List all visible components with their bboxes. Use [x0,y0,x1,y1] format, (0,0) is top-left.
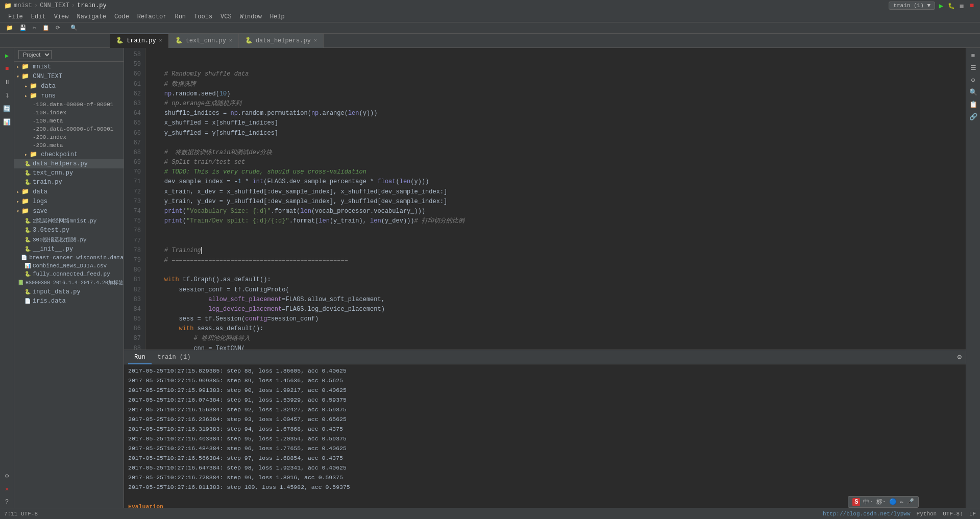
folder-icon-runs: ▸ [24,93,28,99]
terminal-settings-icon[interactable]: ⚙ [958,353,962,361]
ime-icon-circle[interactable]: 🔵 [889,498,897,506]
sidebar-view-select[interactable]: Project [18,50,52,59]
menu-refactor[interactable]: Refactor [133,11,171,22]
sidebar-item-hs[interactable]: 📗 HS000300-2016.1.4-2017.4.20加标签 [14,278,124,287]
sidebar-item-300[interactable]: 🐍 300股指选股预测.py [14,235,124,244]
menu-view[interactable]: View [50,11,73,22]
tab-text-cnn-py-close[interactable]: ✕ [229,34,232,48]
sidebar-item-csv[interactable]: 📊 Combined_News_DJIA.csv [14,262,124,270]
sidebar-item-data[interactable]: ▸ 📁 data [14,81,124,91]
sidebar-label-data2: 📁 data [21,188,47,195]
terminal-tab-run[interactable]: Run [128,350,152,364]
sidebar-label-hs: HS000300-2016.1.4-2017.4.20加标签 [26,279,124,286]
left-icon-question[interactable]: ? [2,497,13,508]
menu-vcs[interactable]: VCS [216,11,236,22]
debug-button[interactable]: 🐛 [947,2,955,10]
sidebar-item-text-cnn[interactable]: 🐍 text_cnn.py [14,168,124,178]
sidebar-item-input[interactable]: 🐍 input_data.py [14,287,124,296]
sidebar-item-checkpoint[interactable]: ▸ 📁 checkpoint [14,150,124,159]
folder-icon-checkpoint: ▸ [24,152,28,158]
left-icon-view[interactable]: 📊 [2,116,13,128]
rt-icon-6[interactable]: 🔗 [968,111,979,122]
stop-button[interactable]: ■ [968,2,976,10]
left-icon-step[interactable]: ⤵ [2,90,13,101]
menu-file[interactable]: File [4,11,27,22]
run-config-dropdown[interactable]: train (1) ▼ [889,2,935,10]
left-icon-pause[interactable]: ⏸ [2,77,13,88]
menu-run[interactable]: Run [170,11,190,22]
py-file-icon-mnist: 🐍 [24,218,31,224]
toolbar-icon-2[interactable]: 💾 [17,24,29,31]
rt-icon-3[interactable]: ⚙ [968,75,979,86]
tab-text-cnn-py[interactable]: 🐍 text_cnn.py ✕ [169,34,239,48]
terminal-tab-train[interactable]: train (1) [152,350,197,364]
sidebar-item-breast[interactable]: 📄 breast-cancer-wisconsin.data [14,254,124,262]
sidebar-item-cnn-text[interactable]: ▾ 📁 CNN_TEXT [14,71,124,81]
sidebar-item-36test[interactable]: 🐍 3.6test.py [14,226,124,235]
tab-data-helpers-py-icon: 🐍 [245,34,253,48]
toolbar-search[interactable]: 🔍 [68,24,80,31]
sidebar-item-200-index[interactable]: -200.index [14,133,124,141]
code-content[interactable]: # Randomly shuffle data # 数据洗牌 np.random… [145,48,966,350]
tab-data-helpers-py-close[interactable]: ✕ [314,34,317,48]
menu-help[interactable]: Help [266,11,289,22]
code-editor[interactable]: 58 59 60 61 62 63 64 65 66 67 68 69 70 7… [124,48,966,350]
sidebar-item-100-data[interactable]: -100.data-00000-of-00001 [14,101,124,109]
sidebar-item-train[interactable]: 🐍 train.py [14,178,124,187]
sidebar-label-breast: breast-cancer-wisconsin.data [29,255,124,261]
left-icon-settings[interactable]: ⚙ [2,470,13,481]
sidebar-item-mnist[interactable]: ▸ 📁 mnist [14,62,124,71]
coverage-button[interactable]: ◼ [958,2,966,10]
sidebar-item-200-meta[interactable]: -200.meta [14,141,124,150]
sidebar-item-init[interactable]: 🐍 __init__.py [14,244,124,254]
sidebar-item-save[interactable]: ▾ 📁 save [14,206,124,216]
menu-navigate[interactable]: Navigate [72,11,110,22]
tab-data-helpers-py[interactable]: 🐍 data_helpers.py ✕ [239,34,324,48]
breadcrumb-project: 📁 [4,2,12,10]
status-bar: 7:11 UTF-8 http://blog.csdn.net/lypWW Py… [0,508,980,519]
rt-icon-2[interactable]: ☰ [968,62,979,73]
menu-tools[interactable]: Tools [190,11,216,22]
run-button[interactable]: ▶ [937,2,945,10]
menu-window[interactable]: Window [236,11,266,22]
sidebar-item-200-data[interactable]: -200.data-00000-of-00001 [14,125,124,133]
toolbar-icon-3[interactable]: ✂ [31,24,38,31]
ime-icon-mic[interactable]: 🎤 [906,498,914,506]
toolbar-icon-4[interactable]: 📋 [40,24,52,31]
rt-icon-5[interactable]: 📋 [968,99,979,110]
rt-icon-1[interactable]: ≡ [968,50,979,61]
status-lineending: LF [969,511,976,517]
sidebar-label-data: 📁 data [30,82,56,90]
sidebar-label-mnist-py: 2隐层神经网络mnist.py [33,217,96,225]
ime-icon-zh[interactable]: 中· [863,498,873,506]
left-icon-resume[interactable]: 🔄 [2,103,13,114]
left-icon-stop[interactable]: ■ [2,63,13,75]
sidebar-item-runs[interactable]: ▸ 📁 runs [14,91,124,101]
left-icon-run[interactable]: ▶ [2,50,13,61]
sidebar-item-data-helpers[interactable]: 🐍 data_helpers.py [14,159,124,168]
terminal-line: 2017-05-25T10:27:15.991383: step 90, los… [128,386,962,396]
toolbar-icon-1[interactable]: 📁 [4,24,15,31]
folder-icon: ▸ [16,64,19,70]
menu-bar: File Edit View Navigate Code Refactor Ru… [0,11,980,22]
ime-icon-biao[interactable]: 标· [876,498,886,506]
sidebar-label-36test: 3.6test.py [33,227,69,234]
rt-icon-4[interactable]: 🔍 [968,87,979,98]
sidebar-item-100-meta[interactable]: -100.meta [14,117,124,125]
right-toolbar: ≡ ☰ ⚙ 🔍 📋 🔗 [966,48,980,508]
menu-edit[interactable]: Edit [27,11,50,22]
sidebar-item-fully[interactable]: 🐍 fully_connected_feed.py [14,270,124,278]
ime-icon-s[interactable]: S [852,498,860,506]
sidebar-item-data2[interactable]: ▸ 📁 data [14,187,124,196]
ime-icon-pen[interactable]: ✏ [900,498,903,506]
tab-train-py-close[interactable]: ✕ [159,34,162,48]
sidebar-item-iris[interactable]: 📄 iris.data [14,296,124,306]
sidebar-item-mnist-py[interactable]: 🐍 2隐层神经网络mnist.py [14,216,124,226]
menu-code[interactable]: Code [110,11,133,22]
tab-train-py[interactable]: 🐍 train.py ✕ [110,34,169,48]
sidebar-item-100-index[interactable]: -100.index [14,109,124,117]
sidebar-item-logs[interactable]: ▸ 📁 logs [14,196,124,206]
left-icon-error[interactable]: ✕ [2,483,13,495]
terminal-line: 2017-05-25T10:27:15.829385: step 88, los… [128,366,962,376]
toolbar-icon-5[interactable]: ⟳ [54,24,62,31]
